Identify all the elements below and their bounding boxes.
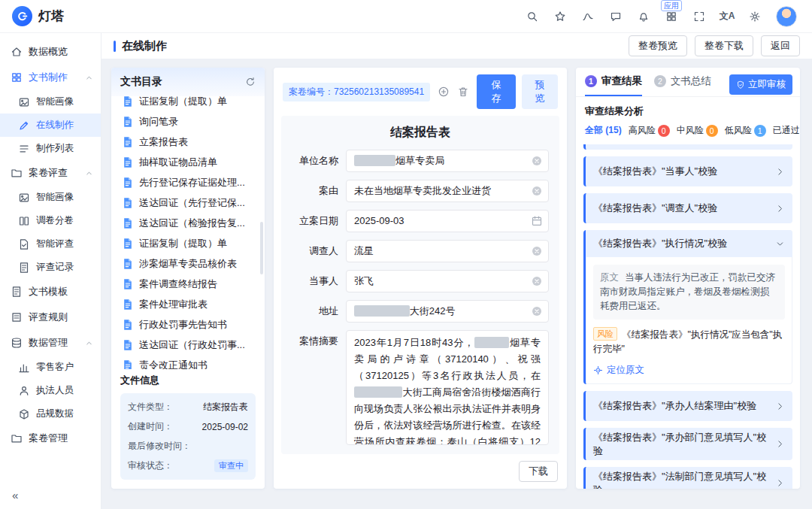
calendar-icon[interactable] bbox=[531, 215, 543, 227]
tab-review-results[interactable]: 1 审查结果 bbox=[585, 74, 642, 96]
message-icon[interactable] bbox=[609, 10, 623, 23]
sidebar-item-doc-templates[interactable]: 文书模板 bbox=[0, 279, 101, 304]
favorite-star-icon[interactable] bbox=[553, 10, 567, 23]
back-button[interactable]: 返回 bbox=[761, 35, 800, 56]
clear-icon[interactable] bbox=[531, 155, 543, 167]
review-item[interactable]: 《结案报告表》"承办部门意见填写人"校验 bbox=[583, 428, 792, 460]
review-item-clipped[interactable] bbox=[583, 144, 792, 150]
unit-name-input[interactable]: ██████烟草专卖局 bbox=[346, 150, 549, 172]
clear-icon[interactable] bbox=[531, 275, 543, 287]
doc-item[interactable]: 涉案烟草专卖品核价表 bbox=[111, 253, 265, 274]
doc-item-label: 案件处理审批表 bbox=[139, 298, 208, 311]
filing-date-input[interactable]: 2025-09-03 bbox=[346, 210, 549, 232]
chevron-right-icon bbox=[775, 167, 785, 177]
sidebar-item-smart-portrait-2[interactable]: 智能画像 bbox=[0, 186, 101, 209]
sidebar-item-smart-review[interactable]: 智能评查 bbox=[0, 232, 101, 256]
locate-original-link[interactable]: 定位原文 bbox=[593, 364, 785, 377]
doc-item[interactable]: 询问笔录 bbox=[111, 111, 265, 132]
apps-grid-icon[interactable]: 应用 bbox=[665, 10, 678, 23]
download-button[interactable]: 下载 bbox=[519, 461, 558, 482]
doc-item[interactable]: 案件调查终结报告 bbox=[111, 274, 265, 294]
doc-item[interactable]: 证据复制（提取）单 bbox=[111, 233, 265, 253]
file-info-value: 2025-09-02 bbox=[202, 422, 248, 432]
form-field-party: 当事人 张飞 bbox=[292, 270, 549, 292]
review-item[interactable]: 《结案报告表》"调查人"校验 bbox=[583, 193, 792, 223]
trash-icon[interactable] bbox=[457, 86, 469, 98]
sidebar-item-case-management[interactable]: 案卷管理 bbox=[0, 426, 101, 451]
preview-button[interactable]: 预览 bbox=[522, 74, 558, 109]
sidebar-item-retail-customers[interactable]: 零售客户 bbox=[0, 356, 101, 379]
sidebar-item-smart-portrait[interactable]: 智能画像 bbox=[0, 90, 101, 114]
sidebar-item-product-spec-data[interactable]: 品规数据 bbox=[0, 402, 101, 426]
chevron-right-icon bbox=[775, 204, 785, 214]
audit-now-button[interactable]: 立即审核 bbox=[729, 74, 792, 95]
review-item[interactable]: 《结案报告表》"当事人"校验 bbox=[583, 156, 792, 186]
tab-doc-summary[interactable]: 2 文书总结 bbox=[654, 74, 711, 95]
signature-icon[interactable] bbox=[581, 10, 595, 23]
search-icon[interactable] bbox=[526, 10, 539, 23]
editor-footer: 下载 bbox=[274, 454, 567, 489]
case-cause-input[interactable]: 未在当地烟草专卖批发企业进货 bbox=[346, 180, 549, 202]
sidebar-item-review-records[interactable]: 评查记录 bbox=[0, 256, 101, 279]
case-number-tag[interactable]: 案卷编号：732560213135089541 bbox=[283, 83, 430, 101]
doc-item[interactable]: 立案报告表 bbox=[111, 132, 265, 152]
file-icon bbox=[122, 177, 134, 189]
sidebar-item-volume-split[interactable]: 调卷分卷 bbox=[0, 209, 101, 232]
sidebar-item-label: 案卷管理 bbox=[29, 432, 68, 445]
clear-icon[interactable] bbox=[531, 185, 543, 197]
doc-item[interactable]: 责令改正通知书 bbox=[111, 355, 265, 369]
clear-icon[interactable] bbox=[531, 245, 543, 257]
original-text-block: 原文当事人违法行为已改正，罚款已交济南市财政局指定账户，卷烟及卷烟检测损耗费用已… bbox=[593, 265, 785, 320]
party-input[interactable]: 张飞 bbox=[346, 270, 549, 292]
doc-item[interactable]: 抽样取证物品清单 bbox=[111, 152, 265, 172]
sidebar-item-making-list[interactable]: 制作列表 bbox=[0, 137, 101, 160]
preview-all-button[interactable]: 整卷预览 bbox=[629, 35, 687, 56]
save-button[interactable]: 保存 bbox=[477, 74, 516, 109]
doc-item[interactable]: 行政处罚事先告知书 bbox=[111, 314, 265, 335]
sidebar-item-data-overview[interactable]: 数据概览 bbox=[0, 39, 101, 65]
address-input[interactable]: ████████大街242号 bbox=[346, 300, 549, 323]
filter-passed[interactable]: 已通过14 bbox=[773, 124, 800, 137]
filter-high-risk[interactable]: 高风险0 bbox=[629, 124, 670, 137]
sidebar-collapse-button[interactable]: « bbox=[12, 489, 17, 501]
doc-item[interactable]: 先行登记保存证据处理... bbox=[111, 172, 265, 192]
translate-icon[interactable]: 文A bbox=[720, 10, 734, 23]
form-field-investigator: 调查人 流星 bbox=[292, 240, 549, 262]
case-summary-textarea[interactable]: 2023年1月7日18时43分，█████烟草专卖局的卢诗章（37120140）… bbox=[346, 330, 549, 445]
sidebar-group-label: 文书制作 bbox=[29, 71, 68, 84]
filter-label: 低风险 bbox=[725, 124, 752, 137]
clear-icon[interactable] bbox=[531, 305, 543, 317]
chevron-up-icon bbox=[85, 169, 93, 177]
sidebar-item-review-rules[interactable]: 评查规则 bbox=[0, 304, 101, 330]
settings-gear-icon[interactable] bbox=[748, 10, 762, 23]
filter-mid-risk[interactable]: 中风险0 bbox=[677, 124, 718, 137]
download-all-button[interactable]: 整卷下载 bbox=[695, 35, 753, 56]
sidebar-group-doc-making[interactable]: 文书制作 bbox=[0, 65, 101, 90]
file-icon bbox=[122, 156, 134, 168]
sidebar-item-law-enforcers[interactable]: 执法人员 bbox=[0, 379, 101, 402]
investigator-input[interactable]: 流星 bbox=[346, 240, 549, 262]
chevron-right-icon bbox=[775, 401, 785, 411]
doc-item[interactable]: 送达回证（先行登记保... bbox=[111, 192, 265, 213]
add-circle-icon[interactable] bbox=[438, 86, 450, 98]
doc-item[interactable]: 证据复制（提取）单 bbox=[111, 96, 265, 111]
doc-item[interactable]: 送达回证（检验报告复... bbox=[111, 213, 265, 233]
review-item[interactable]: 《结案报告表》"承办人结案理由"校验 bbox=[583, 391, 792, 421]
scrollbar-thumb[interactable] bbox=[260, 222, 263, 274]
refresh-icon[interactable] bbox=[245, 77, 256, 87]
filter-low-risk[interactable]: 低风险1 bbox=[725, 124, 766, 137]
review-item[interactable]: 《结案报告表》"法制部门意见填写人"校验 bbox=[583, 467, 792, 489]
notification-bell-icon[interactable] bbox=[637, 10, 650, 23]
user-avatar[interactable] bbox=[776, 6, 797, 27]
sidebar-group-data-management[interactable]: 数据管理 bbox=[0, 330, 101, 356]
doc-item[interactable]: 案件处理审批表 bbox=[111, 294, 265, 314]
sidebar-item-online-making[interactable]: 在线制作 bbox=[0, 114, 101, 137]
filter-all[interactable]: 全部 (15) bbox=[585, 124, 622, 137]
doc-item[interactable]: 送达回证（行政处罚事... bbox=[111, 335, 265, 355]
fullscreen-icon[interactable] bbox=[692, 10, 706, 23]
form-field-case-summary: 案情摘要 2023年1月7日18时43分，█████烟草专卖局的卢诗章（3712… bbox=[292, 330, 549, 445]
sidebar-group-case-review[interactable]: 案卷评查 bbox=[0, 160, 101, 186]
brand[interactable]: 灯塔 bbox=[12, 6, 64, 26]
review-item-header[interactable]: 《结案报告表》"执行情况"校验 bbox=[586, 230, 792, 257]
doc-tree-panel: 文书目录 证据复制（提取）单 询问笔录 立案报告表 抽样取证物品清单 先行登记保… bbox=[111, 68, 265, 489]
